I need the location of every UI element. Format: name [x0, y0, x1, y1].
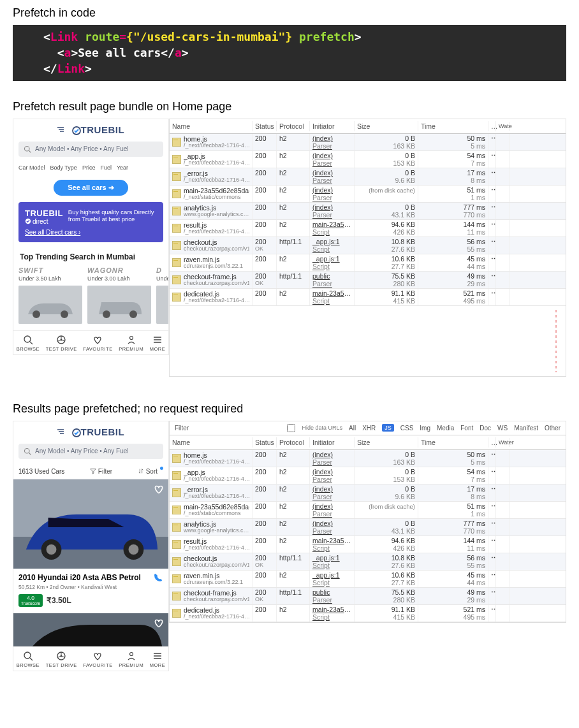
network-row[interactable]: raven.min.jscdn.ravenjs.com/3.22.1 200 h… — [170, 254, 566, 272]
col-name[interactable]: Name — [170, 437, 253, 448]
network-row[interactable]: dedicated.js/_next/0fecbba2-1716-4… 200 … — [170, 605, 566, 622]
tab-font[interactable]: Font — [460, 425, 473, 432]
col-protocol[interactable]: Protocol — [277, 437, 310, 448]
tab-js[interactable]: JS — [382, 424, 394, 432]
search-input[interactable]: Any Model • Any Price • Any Fuel — [18, 444, 163, 459]
see-all-cars-button[interactable]: See all cars ➜ — [54, 180, 128, 196]
network-row[interactable]: main-23a55d62e85daea…/_next/static/commo… — [170, 502, 566, 519]
network-row[interactable]: _app.js/_next/0fecbba2-1716-4… 200 h2 (i… — [170, 467, 566, 484]
card-price: Under 3.50 Lakh — [18, 275, 82, 282]
car-listing[interactable]: 2010 Hyundai i20 Asta ABS Petrol 50,512 … — [13, 479, 168, 613]
js-file-icon — [172, 540, 181, 549]
col-initiator[interactable]: Initiator — [310, 121, 355, 131]
heart-icon[interactable] — [153, 483, 165, 495]
tab-ws[interactable]: WS — [497, 425, 508, 432]
network-row[interactable]: checkout-frame.jscheckout.razorpay.com/v… — [170, 588, 566, 605]
code-block: <Link route={"/used-cars-in-mumbai"} pre… — [13, 25, 566, 81]
col-status[interactable]: Status — [253, 437, 277, 448]
sort-dot-icon — [160, 467, 163, 470]
col-dots[interactable]: … — [488, 437, 496, 448]
filter-icon — [90, 468, 96, 474]
trending-card[interactable]: D Unde — [156, 266, 168, 324]
network-row[interactable]: checkout-frame.jscheckout.razorpay.com/v… — [170, 272, 566, 289]
col-size[interactable]: Size — [355, 121, 418, 131]
direct-desc: Buy highest quality cars Directly from T… — [68, 208, 157, 224]
nav-favourite[interactable]: FAVOURITE — [83, 651, 112, 668]
trending-card[interactable]: WAGONR Under 3.00 Lakh — [87, 266, 151, 324]
card-price: Under 3.00 Lakh — [87, 275, 151, 282]
direct-link[interactable]: See all Direct cars › — [25, 229, 157, 236]
nav-premium[interactable]: PREMIUM — [119, 335, 143, 352]
col-time[interactable]: Time — [418, 437, 488, 448]
hide-data-urls-checkbox[interactable] — [287, 424, 295, 432]
col-dots[interactable]: … — [488, 121, 496, 131]
col-size[interactable]: Size — [355, 437, 418, 448]
network-row[interactable]: result.js/_next/0fecbba2-1716-4… 200 h2 … — [170, 536, 566, 553]
network-row[interactable]: checkout.jscheckout.razorpay.com/v1 200O… — [170, 553, 566, 571]
heart-icon[interactable] — [153, 617, 165, 629]
nav-test-drive[interactable]: TEST DRIVE — [46, 651, 77, 668]
filter-year[interactable]: Year — [117, 164, 128, 171]
col-name[interactable]: Name — [170, 121, 253, 131]
nav-more[interactable]: MORE — [150, 651, 166, 668]
js-file-icon — [172, 506, 181, 514]
network-row[interactable]: analytics.jswww.google-analytics.c… 200 … — [170, 519, 566, 536]
col-protocol[interactable]: Protocol — [277, 121, 310, 131]
filter-fuel[interactable]: Fuel — [100, 164, 112, 171]
network-row[interactable]: _error.js/_next/0fecbba2-1716-4… 200 h2 … — [170, 484, 566, 502]
network-row[interactable]: _error.js/_next/0fecbba2-1716-4… 200 h2 … — [170, 168, 566, 186]
nav-test-drive[interactable]: TEST DRIVE — [46, 335, 77, 352]
search-icon — [24, 448, 31, 455]
mobile-results-screenshot: TRUEBIL Any Model • Any Price • Any Fuel… — [13, 421, 169, 672]
network-row[interactable]: _app.js/_next/0fecbba2-1716-4… 200 h2 (i… — [170, 151, 566, 168]
search-input[interactable]: Any Model • Any Price • Any Fuel — [18, 142, 163, 157]
tab-all[interactable]: All — [349, 425, 356, 432]
car-listing[interactable] — [13, 613, 168, 646]
svg-rect-10 — [156, 286, 168, 324]
col-initiator[interactable]: Initiator — [310, 437, 355, 448]
direct-promo[interactable]: TRUEBIL direct Buy highest quality cars … — [18, 202, 163, 242]
col-time[interactable]: Time — [418, 121, 488, 131]
tab-other[interactable]: Other — [545, 425, 561, 432]
phone-icon[interactable] — [153, 572, 163, 583]
filter-price[interactable]: Price — [82, 164, 96, 171]
filter-body-type[interactable]: Body Type — [50, 164, 77, 171]
nav-premium[interactable]: PREMIUM — [119, 651, 143, 668]
filter-button[interactable]: Filter — [90, 468, 112, 475]
col-status[interactable]: Status — [253, 121, 277, 131]
filter-label[interactable]: Filter — [175, 425, 189, 432]
tab-media[interactable]: Media — [437, 425, 454, 432]
filter-car-model[interactable]: Car Model — [18, 164, 45, 171]
nav-browse[interactable]: BROWSE — [17, 335, 40, 352]
svg-point-11 — [24, 336, 31, 342]
js-file-icon — [172, 189, 181, 198]
col-waterfall[interactable]: Wate — [496, 122, 510, 131]
network-row[interactable]: raven.min.jscdn.ravenjs.com/3.22.1 200 h… — [170, 571, 566, 588]
nav-favourite[interactable]: FAVOURITE — [83, 335, 112, 352]
js-file-icon — [172, 574, 181, 583]
tab-xhr[interactable]: XHR — [362, 425, 376, 432]
results-count: 1613 Used Cars — [18, 468, 64, 475]
network-row[interactable]: home.js/_next/0fecbba2-1716-4… 200 h2 (i… — [170, 450, 566, 467]
section3-title: Results page prefetched; no request requ… — [0, 396, 579, 421]
section1-title: Prefetch in code — [0, 0, 579, 25]
col-waterfall[interactable]: Water — [496, 438, 510, 447]
svg-point-9 — [129, 310, 137, 318]
network-row[interactable]: home.js/_next/0fecbba2-1716-4… 200 h2 (i… — [170, 134, 566, 151]
sort-button[interactable]: Sort — [138, 468, 163, 475]
network-row[interactable]: analytics.jswww.google-analytics.c… 200 … — [170, 203, 566, 220]
network-row[interactable]: checkout.jscheckout.razorpay.com/v1 200O… — [170, 237, 566, 254]
network-row[interactable]: main-23a55d62e85daea…/_next/static/commo… — [170, 186, 566, 203]
trending-card[interactable]: SWIFT Under 3.50 Lakh — [18, 266, 82, 324]
search-icon — [24, 145, 31, 153]
nav-more[interactable]: MORE — [150, 335, 166, 352]
nav-browse[interactable]: BROWSE — [17, 651, 40, 668]
network-row[interactable]: dedicated.js/_next/0fecbba2-1716-4… 200 … — [170, 289, 566, 306]
tab-css[interactable]: CSS — [400, 425, 414, 432]
network-row[interactable]: result.js/_next/0fecbba2-1716-4… 200 h2 … — [170, 220, 566, 237]
svg-line-12 — [30, 342, 33, 344]
brand-logo: TRUEBIL — [13, 421, 168, 441]
tab-manifest[interactable]: Manifest — [514, 425, 538, 432]
tab-img[interactable]: Img — [420, 425, 430, 432]
tab-doc[interactable]: Doc — [480, 425, 491, 432]
